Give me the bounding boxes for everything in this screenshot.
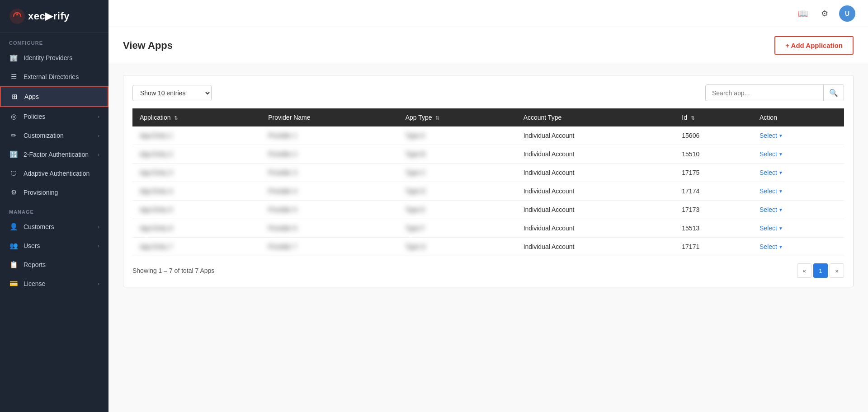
cell-application: App Entry 7 [132,238,261,256]
cell-provider-name: Provider 2 [261,145,398,164]
sidebar-icon-provisioning: ⚙ [9,188,18,197]
sidebar-icon-external-directories: ☰ [9,72,18,81]
select-button[interactable]: Select ▼ [760,225,783,232]
cell-provider-name: Provider 7 [261,238,398,256]
select-button[interactable]: Select ▼ [760,150,783,158]
sidebar-item-reports[interactable]: 📋Reports [0,255,108,274]
sidebar-item-policies[interactable]: ◎Policies› [0,107,108,126]
avatar[interactable]: U [839,5,855,22]
sort-icon-app-type: ⇅ [435,115,439,121]
cell-provider-name: Provider 4 [261,182,398,201]
cell-action: Select ▼ [752,238,844,256]
sidebar-item-users[interactable]: 👥Users› [0,236,108,255]
logo-area: xec▶rify [0,0,108,33]
select-button[interactable]: Select ▼ [760,206,783,213]
col-app-type[interactable]: App Type ⇅ [398,108,516,126]
cell-app-type: Type C [398,164,516,182]
sort-icon-application: ⇅ [174,115,178,121]
table-controls: Show 5 entries Show 10 entries Show 25 e… [132,84,844,101]
pagination-prev[interactable]: « [797,263,811,278]
sidebar-item-apps[interactable]: ⊞Apps [0,86,108,107]
sidebar-item-adaptive-auth[interactable]: 🛡Adaptive Authentication [0,164,108,183]
pagination-next[interactable]: » [830,263,844,278]
cell-id: 17171 [675,238,752,256]
sidebar-label-reports: Reports [24,261,99,268]
cell-provider-name: Provider 1 [261,126,398,145]
select-button[interactable]: Select ▼ [760,243,783,250]
sidebar-icon-customers: 👤 [9,222,18,231]
cell-id: 17173 [675,201,752,219]
topbar-icons: 📖 ⚙ U [796,5,855,22]
sidebar-icon-2fa: 🔢 [9,150,18,159]
page-title: View Apps [123,40,173,52]
show-entries-select[interactable]: Show 5 entries Show 10 entries Show 25 e… [132,85,212,101]
cell-provider-name: Provider 5 [261,201,398,219]
sidebar-item-external-directories[interactable]: ☰External Directories [0,67,108,86]
col-action: Action [752,108,844,126]
sidebar-item-customization[interactable]: ✏Customization› [0,126,108,145]
table-row: App Entry 5Provider 5Type EIndividual Ac… [132,201,844,219]
sidebar-section-manage: Manage [0,202,108,217]
pagination-page-1[interactable]: 1 [813,263,828,278]
cell-action: Select ▼ [752,201,844,219]
col-application[interactable]: Application ⇅ [132,108,261,126]
col-provider-name: Provider Name [261,108,398,126]
cell-account-type: Individual Account [516,201,675,219]
sidebar-item-2fa[interactable]: 🔢2-Factor Authentication› [0,145,108,164]
sidebar-item-customers[interactable]: 👤Customers› [0,217,108,236]
sidebar-chevron-2fa: › [98,152,99,157]
sidebar-item-identity-providers[interactable]: 🏢Identity Providers [0,48,108,67]
select-button[interactable]: Select ▼ [760,169,783,176]
search-button[interactable]: 🔍 [823,85,844,101]
sidebar-chevron-license: › [98,281,99,286]
pagination: « 1 » [797,263,844,278]
sidebar-label-identity-providers: Identity Providers [24,54,99,61]
col-id[interactable]: Id ⇅ [675,108,752,126]
showing-text: Showing 1 – 7 of total 7 Apps [132,267,214,274]
cell-application: App Entry 6 [132,219,261,238]
cell-application: App Entry 3 [132,164,261,182]
sidebar-icon-identity-providers: 🏢 [9,53,18,62]
cell-id: 15513 [675,219,752,238]
cell-id: 17175 [675,164,752,182]
logo-svg [9,8,25,24]
cell-app-type: Type F [398,219,516,238]
select-button[interactable]: Select ▼ [760,187,783,195]
main-content: 📖 ⚙ U View Apps + Add Application Show 5… [108,0,868,412]
cell-application: App Entry 1 [132,126,261,145]
topbar: 📖 ⚙ U [108,0,868,27]
cell-account-type: Individual Account [516,164,675,182]
cell-action: Select ▼ [752,145,844,164]
sidebar-item-provisioning[interactable]: ⚙Provisioning [0,183,108,202]
data-table: Application ⇅ Provider Name App Type ⇅ A… [132,108,844,256]
cell-application: App Entry 4 [132,182,261,201]
sidebar-label-policies: Policies [24,113,98,120]
cell-action: Select ▼ [752,126,844,145]
cell-app-type: Type G [398,238,516,256]
sidebar-icon-adaptive-auth: 🛡 [9,169,18,178]
book-icon[interactable]: 📖 [796,6,810,21]
table-row: App Entry 2Provider 2Type BIndividual Ac… [132,145,844,164]
sidebar-icon-customization: ✏ [9,131,18,140]
cell-app-type: Type B [398,145,516,164]
cell-app-type: Type E [398,201,516,219]
gear-icon[interactable]: ⚙ [817,6,832,21]
table-body: App Entry 1Provider 1Type AIndividual Ac… [132,126,844,256]
search-input[interactable] [706,86,823,100]
cell-action: Select ▼ [752,164,844,182]
cell-id: 17174 [675,182,752,201]
sidebar-label-apps: Apps [24,93,99,100]
add-application-button[interactable]: + Add Application [774,36,854,55]
sidebar-label-users: Users [24,242,98,249]
cell-app-type: Type A [398,126,516,145]
cell-account-type: Individual Account [516,219,675,238]
col-account-type: Account Type [516,108,675,126]
select-button[interactable]: Select ▼ [760,132,783,139]
sidebar-item-license[interactable]: 💳License› [0,274,108,293]
search-wrapper: 🔍 [705,84,844,101]
sidebar-icon-reports: 📋 [9,260,18,269]
sidebar: xec▶rify Configure🏢Identity Providers☰Ex… [0,0,108,412]
table-footer: Showing 1 – 7 of total 7 Apps « 1 » [132,263,844,278]
page-header: View Apps + Add Application [108,27,868,64]
logo-text: xec▶rify [28,10,70,22]
